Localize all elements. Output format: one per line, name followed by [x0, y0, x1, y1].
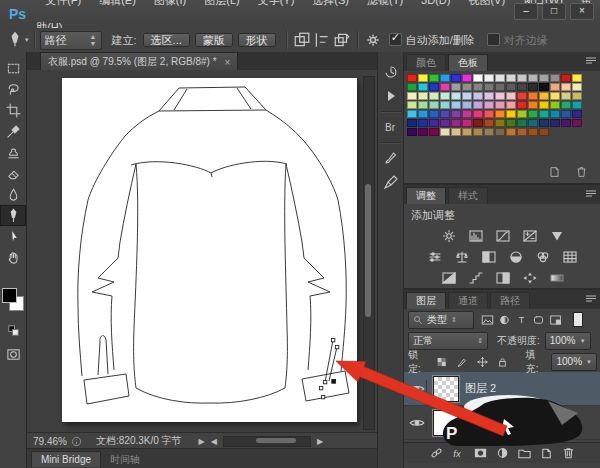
document-size-info[interactable]: 文档:820.3K/0 字节: [96, 434, 182, 448]
exposure-icon[interactable]: [520, 227, 540, 244]
visibility-eye-icon[interactable]: [408, 380, 427, 398]
shape-filter-icon[interactable]: [530, 312, 547, 327]
smart-object-filter-icon[interactable]: [547, 312, 564, 327]
curves-icon[interactable]: [493, 227, 513, 244]
swatch-1-15[interactable]: [572, 83, 582, 91]
visibility-eye-icon[interactable]: [408, 414, 427, 432]
lasso-tool[interactable]: [0, 79, 26, 100]
clone-stamp-tool[interactable]: [0, 142, 26, 163]
swatch-5-12[interactable]: [539, 119, 549, 127]
swatch-3-2[interactable]: [429, 101, 439, 109]
close-button[interactable]: ×: [570, 3, 594, 20]
path-arrange-icon[interactable]: [333, 31, 351, 49]
swatch-1-1[interactable]: [418, 83, 428, 91]
tool-mode-select[interactable]: 路径 ▲▼: [40, 31, 102, 50]
horizontal-scrollbar-thumb[interactable]: [256, 438, 296, 443]
swatch-2-1[interactable]: [418, 92, 428, 100]
swatch-1-4[interactable]: [451, 83, 461, 91]
swatch-3-11[interactable]: [528, 101, 538, 109]
swatch-3-7[interactable]: [484, 101, 494, 109]
swatch-0-11[interactable]: [528, 74, 538, 82]
filter-toggle[interactable]: [573, 312, 583, 327]
swatch-3-5[interactable]: [462, 101, 472, 109]
swatch-2-13[interactable]: [550, 92, 560, 100]
make-button-0[interactable]: 选区...: [143, 33, 190, 47]
swatch-3-8[interactable]: [495, 101, 505, 109]
swatch-6-1[interactable]: [418, 128, 428, 136]
eyedropper-tool[interactable]: [0, 121, 26, 142]
swatch-2-3[interactable]: [440, 92, 450, 100]
default-colors-icon[interactable]: [0, 320, 26, 341]
swatch-2-8[interactable]: [495, 92, 505, 100]
align-edges-checkbox[interactable]: 对齐边缘: [487, 33, 548, 48]
swatch-2-7[interactable]: [484, 92, 494, 100]
hue-saturation-icon[interactable]: [425, 248, 445, 265]
swatch-2-11[interactable]: [528, 92, 538, 100]
swatch-4-14[interactable]: [561, 110, 571, 118]
lock-transparent-icon[interactable]: [434, 354, 451, 369]
filter-type-select[interactable]: 类型 ⇕: [408, 311, 474, 329]
selected-anchor-point[interactable]: [332, 379, 336, 383]
lock-move-icon[interactable]: [474, 354, 491, 369]
eraser-tool[interactable]: [0, 163, 26, 184]
swatch-6-11[interactable]: [528, 128, 538, 136]
swatch-2-4[interactable]: [451, 92, 461, 100]
color-lookup-icon[interactable]: [560, 248, 580, 265]
artboard[interactable]: [62, 78, 357, 422]
adjustment-filter-icon[interactable]: [496, 312, 513, 327]
tab-paths[interactable]: 路径: [490, 292, 530, 309]
swatch-2-5[interactable]: [462, 92, 472, 100]
swatch-0-1[interactable]: [418, 74, 428, 82]
pen-tool[interactable]: [0, 205, 26, 226]
menu-item-5[interactable]: 选择(S): [303, 0, 358, 6]
swatch-1-3[interactable]: [440, 83, 450, 91]
swatch-3-14[interactable]: [561, 101, 571, 109]
swatch-6-6[interactable]: [473, 128, 483, 136]
swatch-4-6[interactable]: [473, 110, 483, 118]
menu-item-0[interactable]: 文件(F): [36, 0, 90, 6]
bottom-tab-1[interactable]: 时间轴: [101, 452, 149, 467]
maximize-button[interactable]: □: [542, 3, 566, 20]
swatch-5-3[interactable]: [440, 119, 450, 127]
vertical-scrollbar-thumb[interactable]: [365, 184, 371, 317]
swatch-0-3[interactable]: [440, 74, 450, 82]
document-tab[interactable]: 衣服.psd @ 79.5% (图层 2, RGB/8#) * ×: [40, 52, 238, 71]
swatch-2-12[interactable]: [539, 92, 549, 100]
swatch-1-5[interactable]: [462, 83, 472, 91]
swatch-5-10[interactable]: [517, 119, 527, 127]
blur-tool[interactable]: [0, 184, 26, 205]
swatch-0-6[interactable]: [473, 74, 483, 82]
brightness-contrast-icon[interactable]: [439, 227, 459, 244]
swatch-3-3[interactable]: [440, 101, 450, 109]
gradient-map-icon[interactable]: [547, 269, 567, 286]
pen-tool-preset-icon[interactable]: [6, 31, 24, 49]
scroll-right-icon[interactable]: ▶: [196, 437, 208, 446]
swatch-2-0[interactable]: [407, 92, 417, 100]
panel-menu-icon[interactable]: [585, 56, 597, 65]
swatch-2-6[interactable]: [473, 92, 483, 100]
quick-mask-icon[interactable]: [0, 344, 26, 365]
swatch-2-2[interactable]: [429, 92, 439, 100]
swatch-0-10[interactable]: [517, 74, 527, 82]
vertical-scrollbar[interactable]: [363, 76, 375, 430]
swatch-6-8[interactable]: [495, 128, 505, 136]
lock-all-icon[interactable]: [494, 354, 511, 369]
path-operations-icon[interactable]: [293, 31, 311, 49]
swatch-4-5[interactable]: [462, 110, 472, 118]
make-button-2[interactable]: 形状: [238, 33, 276, 47]
swatch-2-15[interactable]: [572, 92, 582, 100]
path-alignment-icon[interactable]: [313, 31, 331, 49]
swatch-5-6[interactable]: [473, 119, 483, 127]
swatch-1-14[interactable]: [561, 83, 571, 91]
swatch-1-12[interactable]: [539, 83, 549, 91]
menu-item-8[interactable]: 视图(V): [459, 0, 514, 6]
swatch-0-12[interactable]: [539, 74, 549, 82]
tab-layers[interactable]: 图层: [406, 292, 446, 309]
foreground-background-colors[interactable]: [2, 288, 24, 312]
close-tab-icon[interactable]: ×: [225, 57, 231, 68]
swatch-1-13[interactable]: [550, 83, 560, 91]
brush-panel-panel-icon[interactable]: [378, 146, 404, 170]
horizontal-scrollbar[interactable]: [223, 436, 311, 447]
swatch-1-10[interactable]: [517, 83, 527, 91]
direct-selection-tool[interactable]: [0, 226, 26, 247]
